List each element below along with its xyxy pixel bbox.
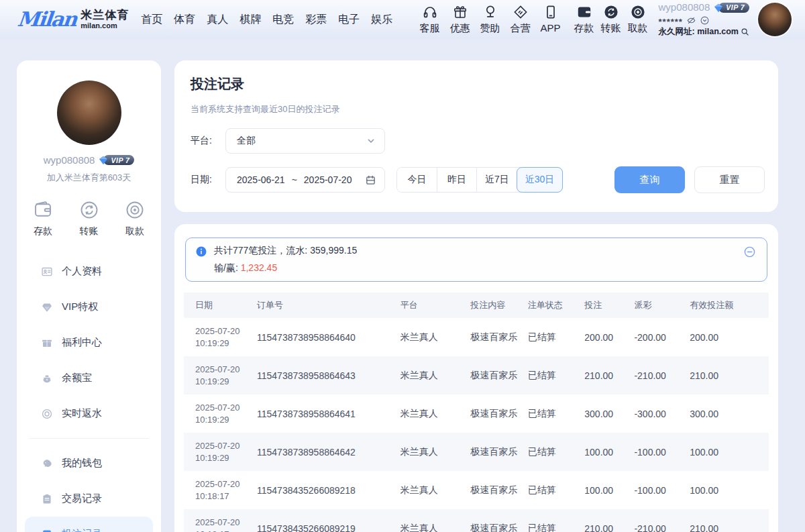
user-info-block: wyp080808 VIP 7 ****** 永久网址: milan.com [659, 1, 750, 37]
cell-payout: -100.00 [634, 485, 690, 496]
table-body: 2025-07-2010:19:291154738738958864640米兰真… [184, 318, 769, 532]
cell-status: 已结算 [528, 523, 585, 532]
sponsor-button[interactable]: 赞助 [480, 4, 500, 35]
chevron-down-icon [366, 136, 376, 146]
joined-days-text: 加入米兰体育第603天 [25, 172, 153, 184]
cell-platform: 米兰真人 [400, 370, 471, 382]
user-avatar[interactable] [758, 3, 792, 36]
cell-payout: -210.00 [634, 370, 690, 381]
brand-wordmark: Milan [16, 9, 76, 30]
sidebar-item-rebate[interactable]: 实时返水 [25, 396, 153, 431]
deposit-button[interactable]: 存款 [574, 4, 594, 35]
sidebar-deposit-button[interactable]: 存款 [33, 200, 53, 237]
sidebar-item-yuebao[interactable]: 余额宝 [25, 360, 153, 396]
cell-date: 2025-07-2010:19:29 [184, 364, 257, 388]
range-today-button[interactable]: 今日 [397, 168, 437, 192]
cell-content: 极速百家乐 [470, 484, 527, 496]
sidebar-transfer-button[interactable]: 转账 [79, 200, 99, 237]
cell-payout: -200.00 [634, 332, 690, 343]
transfer-label: 转账 [601, 22, 621, 35]
cell-payout: -100.00 [634, 447, 690, 458]
summary-totals: 共计777笔投注，流水: 359,999.15 [214, 245, 743, 257]
sidebar-item-welfare[interactable]: 福利中心 [25, 325, 153, 360]
nav-tools: 客服 优惠 赞助 合营 APP [420, 4, 561, 35]
sidebar-item-transactions[interactable]: 交易记录 [25, 481, 153, 517]
date-end-value: 2025-07-20 [304, 174, 352, 185]
app-button[interactable]: APP [541, 4, 561, 35]
range-30days-button[interactable]: 近30日 [517, 167, 564, 193]
col-payout: 派彩 [634, 299, 690, 311]
nav-link-lottery[interactable]: 彩票 [304, 10, 328, 30]
cell-platform: 米兰真人 [400, 523, 471, 532]
sidebar-item-wallet[interactable]: 我的钱包 [25, 445, 153, 481]
promo-label: 优惠 [450, 22, 470, 35]
range-yesterday-button[interactable]: 昨日 [437, 168, 476, 192]
cell-platform: 米兰真人 [400, 446, 471, 458]
masked-balance: ****** [659, 15, 683, 25]
quick-range-group: 今日 昨日 近7日 近30日 [396, 167, 563, 193]
col-platform: 平台 [400, 299, 471, 311]
brand-name-cn: 米兰体育 [80, 9, 129, 22]
sidebar-item-profile[interactable]: 个人资料 [25, 254, 153, 289]
cell-status: 已结算 [528, 408, 585, 420]
withdraw-icon [630, 4, 646, 20]
nav-link-entertainment[interactable]: 娱乐 [370, 10, 394, 30]
primary-nav: 首页 体育 真人 棋牌 电竞 彩票 电子 娱乐 [140, 10, 394, 30]
refresh-circle-icon[interactable] [700, 15, 710, 25]
partner-button[interactable]: 合营 [511, 4, 531, 35]
headset-icon [422, 4, 438, 20]
promo-button[interactable]: 优惠 [450, 4, 470, 35]
range-7days-button[interactable]: 近7日 [476, 168, 517, 192]
vip-badge[interactable]: VIP 7 [713, 3, 749, 13]
deposit-icon [576, 4, 592, 20]
nav-link-cards[interactable]: 棋牌 [238, 10, 262, 30]
sidebar-withdraw-button[interactable]: 取款 [125, 200, 145, 237]
platform-filter-row: 平台: 全部 [191, 128, 765, 154]
sidebar-item-label: 实时返水 [62, 407, 102, 420]
reset-button[interactable]: 重置 [694, 166, 765, 193]
magnifier-icon[interactable] [740, 27, 750, 37]
sidebar-item-label: 交易记录 [62, 492, 102, 505]
col-order: 订单号 [257, 299, 400, 311]
date-range-input[interactable]: 2025-06-21 ~ 2025-07-20 [225, 167, 385, 193]
service-button[interactable]: 客服 [420, 4, 440, 35]
transfer-icon [603, 4, 619, 20]
sidebar-vip-badge[interactable]: VIP 7 [98, 155, 134, 166]
withdraw-button[interactable]: 取款 [628, 4, 648, 35]
cell-platform: 米兰真人 [400, 331, 471, 343]
cell-order: 1154738738958864643 [257, 370, 400, 381]
cell-content: 极速百家乐 [470, 408, 527, 420]
cell-date: 2025-07-2010:18:17 [184, 517, 257, 532]
summary-bar: 共计777笔投注，流水: 359,999.15 输/赢: 1,232.45 [185, 237, 767, 282]
sidebar-item-bet-records[interactable]: 投注记录 [25, 517, 153, 532]
transfer-button[interactable]: 转账 [601, 4, 621, 35]
deposit-label: 存款 [574, 22, 594, 35]
cell-status: 已结算 [528, 370, 585, 382]
brand-domain: milan.com [80, 21, 129, 30]
nav-link-live[interactable]: 真人 [205, 10, 229, 30]
cell-content: 极速百家乐 [470, 523, 527, 532]
platform-select[interactable]: 全部 [225, 128, 385, 154]
table-row: 2025-07-2010:19:291154738738958864641米兰真… [184, 394, 769, 433]
sidebar-divider [29, 438, 149, 439]
sidebar-item-vip[interactable]: VIP特权 [25, 289, 153, 325]
search-button[interactable]: 查询 [614, 166, 685, 193]
col-content: 投注内容 [470, 299, 527, 311]
sidebar-username: wyp080808 [44, 154, 95, 166]
eye-off-icon[interactable] [686, 15, 696, 25]
table-row: 2025-07-2010:18:171154738435266089219米兰真… [184, 509, 769, 532]
brand-logo[interactable]: Milan 米兰体育 milan.com [17, 9, 129, 30]
nav-link-sports[interactable]: 体育 [172, 10, 197, 30]
moneybag-icon [41, 372, 53, 384]
sidebar-item-label: 余额宝 [62, 372, 92, 384]
col-valid: 有效投注额 [690, 299, 769, 311]
cell-content: 极速百家乐 [470, 446, 527, 458]
table-header: 日期 订单号 平台 投注内容 注单状态 投注 派彩 有效投注额 [184, 292, 769, 318]
nav-link-esports[interactable]: 电竞 [271, 10, 295, 30]
nav-link-slots[interactable]: 电子 [337, 10, 361, 30]
collapse-icon[interactable] [743, 246, 756, 258]
nav-link-home[interactable]: 首页 [140, 10, 164, 30]
sidebar-menu: 个人资料 VIP特权 福利中心 余额宝 [25, 254, 153, 532]
cell-order: 1154738738958864642 [257, 447, 400, 458]
cell-payout: -300.00 [634, 409, 690, 419]
